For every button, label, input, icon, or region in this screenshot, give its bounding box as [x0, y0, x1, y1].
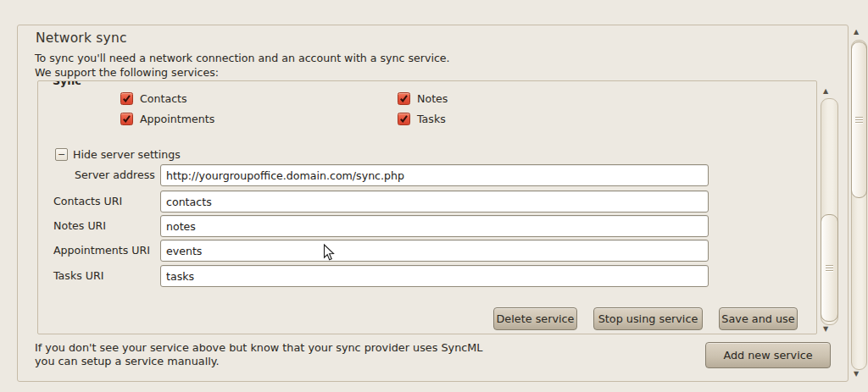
- notes-checkbox-row: Notes: [398, 92, 448, 105]
- server-address-label: Server address: [75, 168, 155, 181]
- contacts-checkbox-label: Contacts: [140, 92, 187, 105]
- check-icon: [121, 113, 132, 124]
- intro-text-line1: To sync you'll need a network connection…: [35, 52, 450, 64]
- server-address-input[interactable]: [160, 164, 709, 186]
- appointments-uri-input[interactable]: [160, 240, 709, 262]
- network-sync-settings-page: Network sync To sync you'll need a netwo…: [0, 0, 868, 392]
- inner-scroll-up-icon[interactable]: ▲: [820, 88, 832, 95]
- save-and-use-button[interactable]: Save and use: [719, 307, 798, 330]
- collapse-icon[interactable]: −: [55, 148, 68, 161]
- appointments-checkbox[interactable]: [120, 113, 133, 125]
- scrollbar-grip-icon: [826, 265, 833, 266]
- server-settings-expander[interactable]: − Hide server settings: [55, 148, 181, 161]
- scrollbar-grip-icon: [855, 117, 863, 118]
- server-settings-expander-label: Hide server settings: [73, 148, 181, 161]
- contacts-uri-label: Contacts URI: [53, 195, 122, 207]
- check-icon: [121, 93, 132, 104]
- sync-group-label: Sync: [53, 80, 81, 87]
- appointments-checkbox-label: Appointments: [140, 113, 214, 125]
- tasks-uri-label: Tasks URI: [53, 269, 103, 282]
- tasks-checkbox-row: Tasks: [398, 113, 446, 125]
- appointments-uri-label: Appointments URI: [53, 244, 150, 257]
- contacts-checkbox[interactable]: [120, 92, 133, 105]
- inner-scroll-down-icon[interactable]: ▼: [820, 326, 832, 333]
- outer-scroll-up-icon[interactable]: ▲: [850, 29, 862, 36]
- contacts-uri-input[interactable]: [160, 190, 709, 213]
- outer-scroll-down-icon[interactable]: ▼: [850, 371, 862, 378]
- tasks-checkbox[interactable]: [398, 113, 410, 125]
- outer-scrollbar-thumb[interactable]: [851, 41, 867, 198]
- contacts-checkbox-row: Contacts: [120, 92, 187, 105]
- footer-text-line2: you can setup a service manually.: [35, 355, 220, 367]
- page-title: Network sync: [36, 30, 127, 46]
- notes-checkbox[interactable]: [398, 92, 410, 105]
- intro-text-line2: We support the following services:: [35, 66, 219, 79]
- inner-scrollbar-thumb[interactable]: [821, 214, 838, 322]
- notes-uri-input[interactable]: [160, 215, 709, 237]
- add-new-service-button[interactable]: Add new service: [705, 342, 831, 368]
- check-icon: [398, 93, 409, 104]
- sync-service-viewport: Sync Contacts Appointments Notes Tasks −…: [37, 80, 817, 334]
- appointments-checkbox-row: Appointments: [120, 113, 214, 125]
- notes-checkbox-label: Notes: [417, 92, 448, 105]
- check-icon: [398, 113, 409, 124]
- stop-using-service-button[interactable]: Stop using service: [593, 307, 703, 330]
- footer-text-line1: If you don't see your service above but …: [35, 341, 482, 354]
- notes-uri-label: Notes URI: [53, 219, 106, 232]
- tasks-uri-input[interactable]: [160, 265, 709, 287]
- tasks-checkbox-label: Tasks: [417, 113, 446, 125]
- delete-service-button[interactable]: Delete service: [493, 307, 577, 330]
